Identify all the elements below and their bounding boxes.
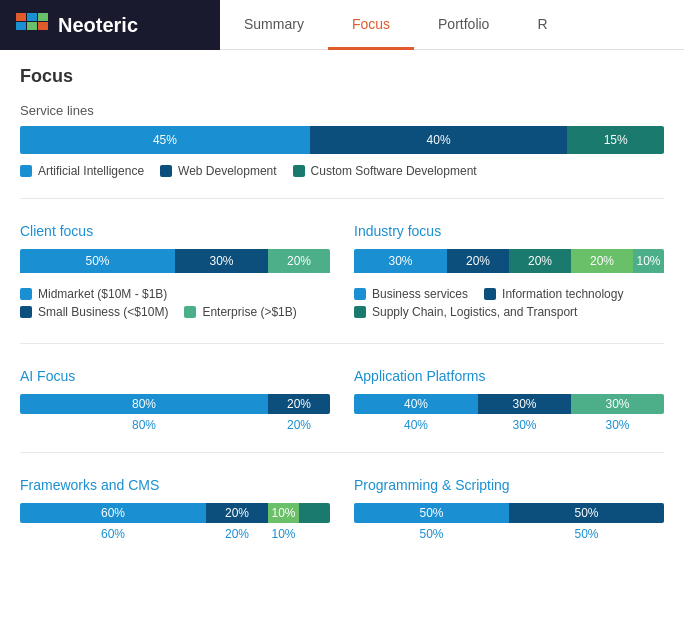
legend-label: Artificial Intelligence	[38, 164, 144, 178]
ai-focus-labels: 80%20%	[20, 418, 330, 432]
divider-1	[20, 198, 664, 199]
tab-portfolio[interactable]: Portfolio	[414, 1, 513, 50]
legend-item: Information technology	[484, 287, 623, 301]
tab-focus[interactable]: Focus	[328, 1, 414, 50]
svg-rect-1	[27, 13, 37, 21]
bar-segment: 45%	[20, 126, 310, 154]
industry-focus-col: Industry focus 30%20%20%20%10% Business …	[354, 223, 664, 323]
ai-focus-bar: 80%20%	[20, 394, 330, 414]
logo-area: Neoteric	[0, 0, 220, 50]
app-platforms-title: Application Platforms	[354, 368, 664, 384]
legend-color	[354, 288, 366, 300]
legend-color	[484, 288, 496, 300]
client-focus-bar: 50%30%20%	[20, 249, 330, 277]
divider-2	[20, 343, 664, 344]
bar-label: 60%	[20, 527, 206, 541]
legend-item: Web Development	[160, 164, 277, 178]
bar-label: 30%	[478, 418, 571, 432]
bar-segment: 20%	[447, 249, 509, 273]
legend-label: Supply Chain, Logistics, and Transport	[372, 305, 577, 319]
frameworks-labels: 60%20%10%	[20, 527, 330, 541]
legend-label: Business services	[372, 287, 468, 301]
programming-labels: 50%50%	[354, 527, 664, 541]
legend-color	[20, 288, 32, 300]
client-focus-legend: Midmarket ($10M - $1B)Small Business (<$…	[20, 287, 330, 319]
app-platforms-bar: 40%30%30%	[354, 394, 664, 414]
ai-focus-col: AI Focus 80%20% 80%20%	[20, 368, 330, 432]
bar-segment	[299, 503, 330, 523]
legend-item: Supply Chain, Logistics, and Transport	[354, 305, 577, 319]
service-lines-section: Service lines 45%40%15% Artificial Intel…	[20, 103, 664, 178]
ai-app-row: AI Focus 80%20% 80%20% Application Platf…	[20, 368, 664, 432]
app-platforms-labels: 40%30%30%	[354, 418, 664, 432]
legend-color	[20, 306, 32, 318]
legend-color	[20, 165, 32, 177]
svg-rect-2	[38, 13, 48, 21]
bar-label	[299, 527, 330, 541]
legend-color	[293, 165, 305, 177]
service-lines-bar: 45%40%15%	[20, 126, 664, 154]
bar-segment: 30%	[175, 249, 268, 273]
bar-segment: 20%	[571, 249, 633, 273]
svg-rect-0	[16, 13, 26, 21]
legend-item: Small Business (<$10M)	[20, 305, 168, 319]
bar-label: 50%	[354, 527, 509, 541]
divider-3	[20, 452, 664, 453]
frameworks-bar: 60%20%10%	[20, 503, 330, 523]
legend-item: Enterprise (>$1B)	[184, 305, 296, 319]
legend-label: Information technology	[502, 287, 623, 301]
tab-summary[interactable]: Summary	[220, 1, 328, 50]
bar-segment: 40%	[354, 394, 478, 414]
bar-segment: 15%	[567, 126, 664, 154]
app-platforms-col: Application Platforms 40%30%30% 40%30%30…	[354, 368, 664, 432]
service-lines-label: Service lines	[20, 103, 664, 118]
bar-segment: 20%	[206, 503, 268, 523]
svg-rect-5	[38, 22, 48, 30]
main-content: Focus Service lines 45%40%15% Artificial…	[0, 50, 684, 557]
legend-label: Custom Software Development	[311, 164, 477, 178]
bar-label: 20%	[268, 418, 330, 432]
legend-color	[160, 165, 172, 177]
legend-label: Web Development	[178, 164, 277, 178]
bar-segment: 40%	[310, 126, 568, 154]
legend-color	[354, 306, 366, 318]
industry-focus-legend: Business servicesInformation technologyS…	[354, 287, 664, 319]
frameworks-col: Frameworks and CMS 60%20%10% 60%20%10%	[20, 477, 330, 541]
bar-label: 80%	[20, 418, 268, 432]
frameworks-prog-row: Frameworks and CMS 60%20%10% 60%20%10% P…	[20, 477, 664, 541]
bar-segment: 30%	[354, 249, 447, 273]
bar-segment: 50%	[509, 503, 664, 523]
tab-r[interactable]: R	[513, 1, 571, 50]
legend-label: Midmarket ($10M - $1B)	[38, 287, 167, 301]
programming-title: Programming & Scripting	[354, 477, 664, 493]
bar-label: 30%	[571, 418, 664, 432]
bar-segment: 50%	[20, 249, 175, 273]
legend-color	[184, 306, 196, 318]
logo-text: Neoteric	[58, 14, 138, 37]
frameworks-title: Frameworks and CMS	[20, 477, 330, 493]
logo-icon	[16, 13, 48, 37]
programming-col: Programming & Scripting 50%50% 50%50%	[354, 477, 664, 541]
bar-segment: 30%	[571, 394, 664, 414]
client-focus-col: Client focus 50%30%20% Midmarket ($10M -…	[20, 223, 330, 323]
legend-label: Small Business (<$10M)	[38, 305, 168, 319]
client-focus-title: Client focus	[20, 223, 330, 239]
legend-label: Enterprise (>$1B)	[202, 305, 296, 319]
legend-item: Business services	[354, 287, 468, 301]
bar-segment: 20%	[509, 249, 571, 273]
programming-bar: 50%50%	[354, 503, 664, 523]
header: Neoteric Summary Focus Portfolio R	[0, 0, 684, 50]
industry-focus-bar: 30%20%20%20%10%	[354, 249, 664, 277]
bar-label: 10%	[268, 527, 299, 541]
svg-rect-3	[16, 22, 26, 30]
bar-label: 20%	[206, 527, 268, 541]
bar-segment: 10%	[633, 249, 664, 273]
svg-rect-4	[27, 22, 37, 30]
legend-item: Artificial Intelligence	[20, 164, 144, 178]
service-lines-legend: Artificial IntelligenceWeb DevelopmentCu…	[20, 164, 664, 178]
bar-segment: 50%	[354, 503, 509, 523]
legend-item: Custom Software Development	[293, 164, 477, 178]
bar-segment: 20%	[268, 394, 330, 414]
bar-segment: 20%	[268, 249, 330, 273]
legend-item: Midmarket ($10M - $1B)	[20, 287, 167, 301]
